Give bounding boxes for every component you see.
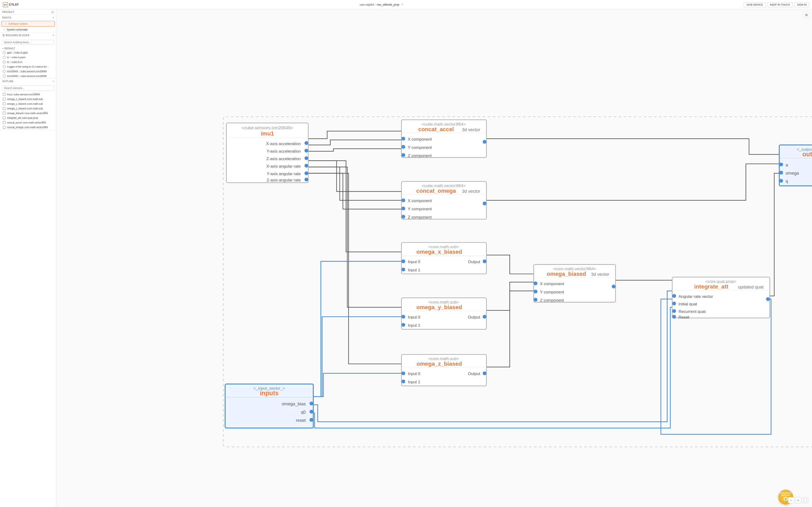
svg-text:Z component: Z component (408, 215, 432, 219)
main-canvas[interactable]: ⚙ (56, 9, 812, 507)
svg-point-16 (305, 171, 308, 175)
fullscreen-button[interactable]: ⛶ (802, 497, 808, 503)
svg-point-14 (305, 164, 308, 168)
bb-search-input[interactable] (2, 40, 54, 45)
svg-text:updated quat: updated quat (738, 284, 764, 289)
imu1-node[interactable]: <cube.sensors.icm20649> imu1 X-axis acce… (226, 123, 308, 183)
outline-label-omega-x: omega_x_biased::core.math.sub (7, 98, 43, 101)
concat-omega-node[interactable]: <cube.math.vector3f64> concat_omega 3d v… (402, 181, 487, 219)
outline-icon-imu1 (3, 93, 6, 96)
flow-diagram: <cube.sensors.icm20649> imu1 X-axis acce… (56, 9, 812, 507)
zoom-out-button[interactable]: − (788, 497, 794, 503)
svg-point-12 (305, 156, 308, 160)
project-label: PROJECT (2, 11, 14, 13)
roots-label: ROOTS (2, 16, 11, 19)
svg-point-24 (402, 137, 405, 140)
svg-point-38 (402, 207, 405, 210)
svg-text:Input 0: Input 0 (408, 315, 420, 320)
bb-item-io-rc[interactable]: io :: cube.io.rc (0, 60, 56, 64)
svg-text:3d vector: 3d vector (462, 127, 480, 132)
svg-point-92 (672, 301, 676, 305)
svg-text:<core.math.sub>: <core.math.sub> (428, 300, 459, 304)
outline-search-input[interactable] (2, 86, 54, 91)
svg-text:q0: q0 (301, 410, 306, 414)
svg-text:outputs: outputs (802, 151, 812, 158)
svg-text:X-axis angular rate: X-axis angular rate (266, 164, 301, 169)
give-advice-button[interactable]: GIVE ADVICE (744, 2, 765, 7)
bb-icon-io-pwm (3, 56, 6, 59)
svg-point-8 (305, 141, 308, 145)
bb-label-io-pwm: io :: cube.io.pwm (7, 56, 26, 59)
bb-item-icm20649[interactable]: icm20649 :: cube.sensors.icm20649 (0, 69, 56, 74)
outline-item-concat-omega[interactable]: concat_omega::core.math.vector3f64 (0, 125, 56, 129)
svg-point-57 (402, 315, 405, 319)
svg-text:Input 0: Input 0 (408, 371, 420, 376)
sidebar-item-system-schematic[interactable]: ▸ System schematic (0, 27, 56, 32)
svg-point-116 (309, 410, 313, 413)
inputs-node[interactable]: <_input_vector_> inputs omega_bias q0 re… (225, 384, 313, 428)
bb-chevron: ▾ (53, 34, 54, 37)
svg-text:X-axis acceleration: X-axis acceleration (266, 141, 301, 146)
sign-in-button[interactable]: SIGN IN (794, 2, 809, 7)
default-group: ▾ DEFAULT (0, 46, 56, 50)
svg-point-40 (402, 215, 405, 219)
group-collapse-icon[interactable]: ▾ (2, 47, 4, 50)
svg-point-90 (672, 294, 676, 298)
outline-item-omega-biased[interactable]: omega_biased::core.math.vector3f64 (0, 111, 56, 115)
svg-point-80 (534, 290, 537, 293)
svg-point-69 (402, 380, 405, 383)
keep-in-touch-button[interactable]: KEEP IN TOUCH (767, 2, 793, 7)
svg-point-42 (483, 202, 486, 205)
omega-x-biased-node[interactable]: <core.math.sub> omega_x_biased Input 0 I… (402, 242, 487, 274)
outline-label: OUTLINE (2, 80, 13, 82)
sidebar-item-software-system[interactable]: ▸ Software system (1, 21, 55, 26)
svg-point-78 (534, 281, 537, 285)
logo: CT CTLST (3, 2, 19, 7)
svg-point-96 (672, 315, 676, 319)
bb-item-icm20948[interactable]: icm20948 :: cube.sensors.icm20948 (0, 74, 56, 78)
bb-item-gpio[interactable]: gpio :: cube.io.gpio (0, 50, 56, 55)
svg-text:Reset: Reset (678, 315, 689, 320)
svg-text:integrate_att: integrate_att (694, 283, 728, 290)
svg-text:omega_z_biased: omega_z_biased (417, 360, 462, 367)
svg-text:imu1: imu1 (261, 130, 274, 136)
svg-point-49 (402, 268, 405, 271)
header-actions: GIVE ADVICE KEEP IN TOUCH SIGN IN (744, 2, 809, 7)
svg-point-118 (309, 418, 313, 422)
expand-arrow-2: ▸ (4, 29, 5, 31)
outline-item-imu1[interactable]: imu1::cube.sensors.icm20649 (0, 92, 56, 97)
integrate-att-node[interactable]: <core.quat.prop> integrate_att updated q… (672, 277, 770, 320)
outline-item-omega-z[interactable]: omega_z_biased::core.math.sub (0, 106, 56, 111)
omega-y-biased-node[interactable]: <core.math.sub> omega_y_biased Input 0 I… (402, 298, 487, 329)
outline-search-container (0, 84, 56, 92)
outline-item-integrate-att[interactable]: integrate_att::core.quat.prop (0, 115, 56, 120)
outline-item-concat-accel[interactable]: concat_accel::core.math.vector3f64 (0, 120, 56, 125)
svg-point-67 (402, 371, 405, 375)
omega-z-biased-node[interactable]: <core.math.sub> omega_z_biased Input 0 I… (402, 354, 487, 386)
zoom-in-button[interactable]: + (795, 497, 801, 503)
omega-biased-node[interactable]: <core.math.vector3f64> omega_biased 3d v… (534, 265, 615, 302)
concat-accel-node[interactable]: <cube.math.vector3f64> concat_accel 3d v… (402, 120, 487, 158)
svg-point-18 (305, 178, 308, 181)
expand-arrow: ▸ (5, 22, 7, 25)
bb-label-icm20649: icm20649 :: cube.sensors.icm20649 (7, 70, 47, 73)
svg-point-94 (672, 309, 676, 313)
outline-item-omega-x[interactable]: omega_x_biased::core.math.sub (0, 97, 56, 101)
outline-icon-omega-y (3, 102, 6, 105)
svg-text:inputs: inputs (260, 390, 278, 397)
bb-item-logger[interactable]: Logger of the string to CLI stdout for d… (0, 64, 56, 69)
svg-text:Input 1: Input 1 (408, 268, 420, 272)
svg-point-103 (779, 163, 783, 166)
outline-label-omega-biased: omega_biased::core.math.vector3f64 (7, 112, 48, 115)
outline-item-omega-y[interactable]: omega_y_biased::core.math.sub (0, 101, 56, 106)
svg-point-105 (779, 171, 783, 174)
outline-icon-omega-z (3, 107, 6, 110)
svg-text:Output: Output (468, 315, 480, 320)
sidebar: PROJECT ⬜ ROOTS ▾ ▸ Software system ▸ Sy… (0, 9, 56, 507)
bb-item-io-pwm[interactable]: io :: cube.io.pwm (0, 55, 56, 60)
breadcrumb-project[interactable]: uas-catpilot (360, 3, 374, 6)
bb-section-header: ☰ BUILDING BLOCKS ▾ (0, 33, 56, 38)
svg-point-72 (483, 371, 486, 375)
svg-text:omega: omega (785, 171, 799, 176)
outputs-node[interactable]: <_output_vector_> outputs a omega q (779, 145, 812, 186)
